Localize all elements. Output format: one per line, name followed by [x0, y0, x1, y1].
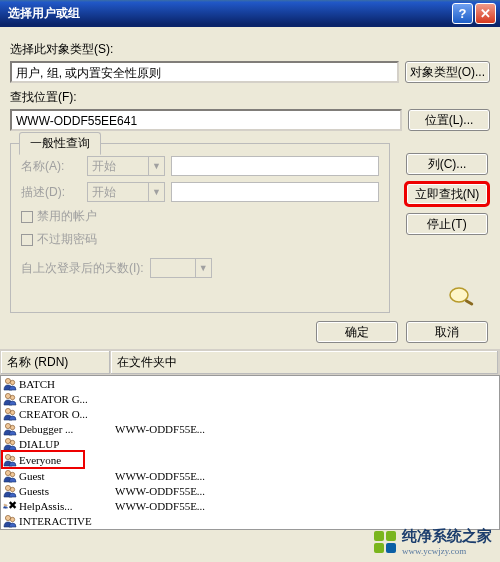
- svg-point-18: [4, 504, 6, 506]
- titlebar: 选择用户或组 ? ✕: [0, 0, 500, 27]
- rdn-cell: HelpAssis...: [19, 500, 113, 512]
- checkbox-icon: [21, 234, 33, 246]
- non-expiring-checkbox[interactable]: 不过期密码: [21, 231, 379, 248]
- close-button[interactable]: ✕: [475, 3, 496, 24]
- rdn-cell: DIALUP: [19, 438, 113, 450]
- svg-point-21: [10, 517, 14, 521]
- list-item[interactable]: ✖HelpAssis...WWW-ODDF55E...: [1, 498, 499, 513]
- folder-cell: WWW-ODDF55E...: [115, 470, 497, 482]
- user-group-icon: [3, 437, 17, 451]
- user-group-icon: [3, 484, 17, 498]
- list-item[interactable]: DIALUP: [1, 436, 499, 451]
- window-title: 选择用户或组: [8, 5, 450, 22]
- user-group-icon: [3, 529, 17, 531]
- list-item[interactable]: CREATOR O...: [1, 406, 499, 421]
- list-item[interactable]: INTERACTIVE: [1, 513, 499, 528]
- svg-point-11: [10, 440, 14, 444]
- folder-cell: WWW-ODDF55E...: [115, 485, 497, 497]
- svg-point-3: [10, 380, 14, 384]
- stop-button[interactable]: 停止(T): [406, 213, 488, 235]
- name-mode-combo[interactable]: 开始 ▼: [87, 156, 165, 176]
- user-group-icon: ✖: [3, 499, 17, 513]
- col-rdn[interactable]: 名称 (RDN): [1, 351, 111, 374]
- user-group-icon: [3, 392, 17, 406]
- svg-point-15: [10, 472, 14, 476]
- disabled-accounts-checkbox[interactable]: 禁用的帐户: [21, 208, 379, 225]
- user-group-icon: [3, 453, 17, 467]
- cancel-button[interactable]: 取消: [406, 321, 488, 343]
- location-field: WWW-ODDF55EE641: [10, 109, 402, 131]
- svg-point-8: [5, 423, 10, 428]
- help-button[interactable]: ?: [452, 3, 473, 24]
- location-label: 查找位置(F):: [10, 89, 490, 106]
- list-header: 名称 (RDN) 在文件夹中: [0, 350, 500, 375]
- ok-button[interactable]: 确定: [316, 321, 398, 343]
- chevron-down-icon: ▼: [148, 157, 164, 175]
- tab-general[interactable]: 一般性查询: [19, 132, 101, 155]
- user-group-icon: [3, 407, 17, 421]
- list-item[interactable]: BATCH: [1, 376, 499, 391]
- svg-rect-1: [465, 299, 474, 306]
- list-item[interactable]: GuestWWW-ODDF55E...: [1, 468, 499, 483]
- columns-button[interactable]: 列(C)...: [406, 153, 488, 175]
- days-combo[interactable]: ▼: [150, 258, 212, 278]
- svg-point-2: [5, 378, 10, 383]
- locations-button[interactable]: 位置(L)...: [408, 109, 490, 131]
- checkbox-icon: [21, 211, 33, 223]
- svg-point-14: [5, 470, 10, 475]
- logo-icon: [374, 531, 396, 553]
- find-now-button[interactable]: 立即查找(N): [406, 183, 488, 205]
- list-item[interactable]: Everyone: [3, 452, 83, 467]
- rdn-cell: Guest: [19, 470, 113, 482]
- folder-cell: WWW-ODDF55E...: [115, 500, 497, 512]
- folder-cell: WWW-ODDF55E...: [115, 423, 497, 435]
- rdn-cell: Guests: [19, 485, 113, 497]
- list-item[interactable]: Debugger ...WWW-ODDF55E...: [1, 421, 499, 436]
- list-item[interactable]: GuestsWWW-ODDF55E...: [1, 483, 499, 498]
- rdn-cell: Debugger ...: [19, 423, 113, 435]
- rdn-cell: Everyone: [19, 454, 79, 466]
- svg-point-10: [5, 438, 10, 443]
- col-folder[interactable]: 在文件夹中: [111, 351, 499, 374]
- user-group-icon: [3, 422, 17, 436]
- svg-point-0: [450, 288, 468, 302]
- days-label: 自上次登录后的天数(I):: [21, 260, 144, 277]
- svg-point-13: [10, 456, 14, 460]
- svg-point-17: [10, 487, 14, 491]
- chevron-down-icon: ▼: [195, 259, 211, 277]
- user-group-icon: [3, 469, 17, 483]
- desc-input[interactable]: [171, 182, 379, 202]
- watermark: 纯净系统之家 www.ycwjzy.com: [374, 527, 492, 556]
- svg-point-12: [5, 454, 10, 459]
- magnifier-icon: [446, 284, 478, 308]
- rdn-cell: INTERACTIVE: [19, 515, 113, 527]
- name-input[interactable]: [171, 156, 379, 176]
- svg-point-9: [10, 425, 14, 429]
- object-type-label: 选择此对象类型(S):: [10, 41, 490, 58]
- svg-point-7: [10, 410, 14, 414]
- list-item[interactable]: CREATOR G...: [1, 391, 499, 406]
- object-type-field: 用户, 组, 或内置安全性原则: [10, 61, 399, 83]
- query-groupbox: 一般性查询 名称(A): 开始 ▼ 描述(D): 开始 ▼ 禁用的帐户 不过期密…: [10, 143, 390, 313]
- results-list: 名称 (RDN) 在文件夹中 BATCHCREATOR G...CREATOR …: [0, 349, 500, 530]
- svg-point-16: [5, 485, 10, 490]
- user-group-icon: [3, 514, 17, 528]
- svg-point-6: [5, 408, 10, 413]
- rdn-cell: CREATOR G...: [19, 393, 113, 405]
- rdn-cell: LOCAL SER...: [19, 530, 113, 531]
- rdn-cell: CREATOR O...: [19, 408, 113, 420]
- svg-point-20: [5, 515, 10, 520]
- user-group-icon: [3, 377, 17, 391]
- svg-point-4: [5, 393, 10, 398]
- desc-mode-combo[interactable]: 开始 ▼: [87, 182, 165, 202]
- name-label: 名称(A):: [21, 158, 81, 175]
- chevron-down-icon: ▼: [148, 183, 164, 201]
- svg-point-5: [10, 395, 14, 399]
- rdn-cell: BATCH: [19, 378, 113, 390]
- object-types-button[interactable]: 对象类型(O)...: [405, 61, 490, 83]
- desc-label: 描述(D):: [21, 184, 81, 201]
- svg-point-19: [6, 504, 8, 506]
